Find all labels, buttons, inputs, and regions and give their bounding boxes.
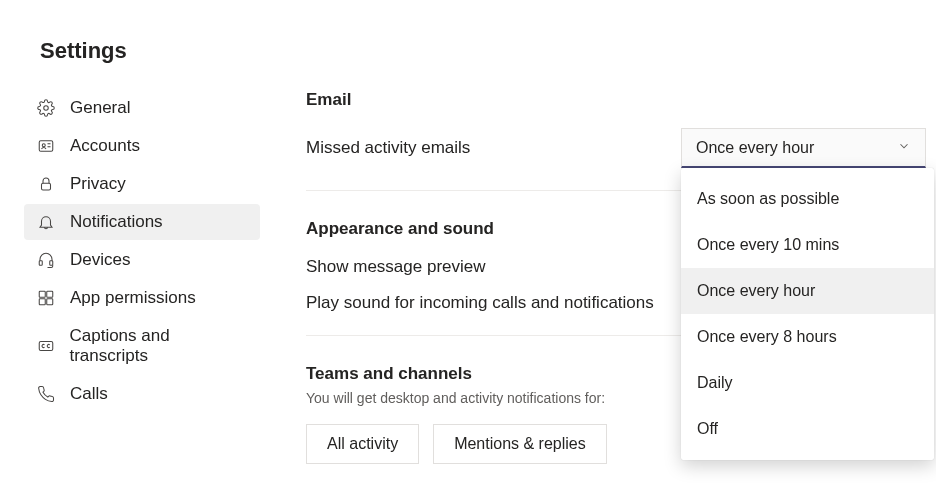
lock-icon <box>36 174 56 194</box>
svg-rect-7 <box>50 261 53 266</box>
svg-point-0 <box>44 106 49 111</box>
sidebar-item-general[interactable]: General <box>24 90 260 126</box>
gear-icon <box>36 98 56 118</box>
page-title: Settings <box>0 0 936 64</box>
settings-content: Email Missed activity emails Once every … <box>270 90 936 464</box>
sidebar-item-label: Notifications <box>70 212 163 232</box>
svg-rect-10 <box>39 299 45 305</box>
phone-icon <box>36 384 56 404</box>
missed-activity-dropdown[interactable]: Once every hour As soon as possible Once… <box>681 128 926 168</box>
svg-rect-9 <box>47 291 53 297</box>
svg-rect-1 <box>39 141 53 152</box>
dropdown-option-off[interactable]: Off <box>681 406 934 452</box>
sidebar-item-label: Devices <box>70 250 130 270</box>
bell-icon <box>36 212 56 232</box>
sidebar-item-label: Calls <box>70 384 108 404</box>
missed-activity-label: Missed activity emails <box>306 138 470 158</box>
sidebar-item-calls[interactable]: Calls <box>24 376 260 412</box>
svg-rect-8 <box>39 291 45 297</box>
dropdown-trigger[interactable]: Once every hour <box>681 128 926 168</box>
dropdown-option-10mins[interactable]: Once every 10 mins <box>681 222 934 268</box>
sidebar-item-captions[interactable]: Captions and transcripts <box>24 318 260 374</box>
svg-rect-6 <box>39 261 42 266</box>
dropdown-option-asap[interactable]: As soon as possible <box>681 176 934 222</box>
sidebar-item-label: App permissions <box>70 288 196 308</box>
headset-icon <box>36 250 56 270</box>
svg-rect-5 <box>42 183 51 190</box>
chip-mentions-replies[interactable]: Mentions & replies <box>433 424 607 464</box>
play-sound-label: Play sound for incoming calls and notifi… <box>306 293 654 313</box>
svg-rect-12 <box>39 342 53 351</box>
sidebar-item-privacy[interactable]: Privacy <box>24 166 260 202</box>
dropdown-option-daily[interactable]: Daily <box>681 360 934 406</box>
svg-point-2 <box>42 144 45 147</box>
dropdown-option-hour[interactable]: Once every hour <box>681 268 934 314</box>
apps-icon <box>36 288 56 308</box>
sidebar-item-label: Accounts <box>70 136 140 156</box>
settings-sidebar: General Accounts Privacy Notifications D <box>0 90 270 464</box>
sidebar-item-notifications[interactable]: Notifications <box>24 204 260 240</box>
sidebar-item-label: Captions and transcripts <box>69 326 248 366</box>
sidebar-item-app-permissions[interactable]: App permissions <box>24 280 260 316</box>
section-heading-email: Email <box>306 90 926 110</box>
dropdown-selected-value: Once every hour <box>696 139 814 157</box>
chevron-down-icon <box>897 139 911 157</box>
id-card-icon <box>36 136 56 156</box>
dropdown-menu: As soon as possible Once every 10 mins O… <box>681 168 934 460</box>
svg-rect-11 <box>47 299 53 305</box>
captions-icon <box>36 336 55 356</box>
sidebar-item-accounts[interactable]: Accounts <box>24 128 260 164</box>
sidebar-item-label: General <box>70 98 130 118</box>
sidebar-item-label: Privacy <box>70 174 126 194</box>
show-preview-label: Show message preview <box>306 257 486 277</box>
chip-all-activity[interactable]: All activity <box>306 424 419 464</box>
dropdown-option-8hours[interactable]: Once every 8 hours <box>681 314 934 360</box>
sidebar-item-devices[interactable]: Devices <box>24 242 260 278</box>
